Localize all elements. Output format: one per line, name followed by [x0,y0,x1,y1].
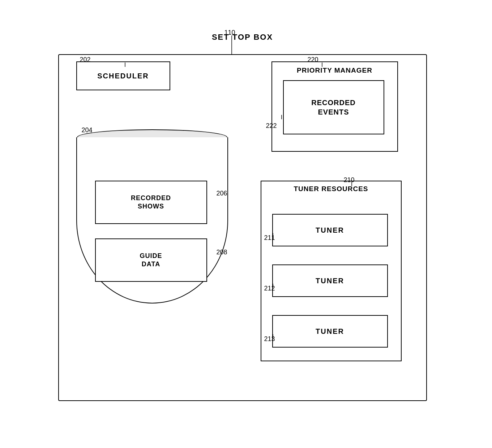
recorded-shows-label: RECORDEDSHOWS [131,194,171,211]
ref-222: 222 [266,122,277,130]
guide-data-box: GUIDEDATA [95,238,207,282]
set-top-box-label: SET TOP BOX [58,33,427,42]
scheduler-box: SCHEDULER [76,61,170,90]
recorded-shows-box: RECORDEDSHOWS [95,181,207,224]
scheduler-label: SCHEDULER [97,72,149,80]
database-container: RECORDEDSHOWS GUIDEDATA [65,126,239,336]
ref-213: 213 [264,335,275,343]
tuner-box-2: TUNER [272,264,388,297]
tuner-box-1: TUNER [272,214,388,246]
ref-206: 206 [217,190,227,197]
tuner-label-2: TUNER [316,277,344,285]
priority-manager-title: PRIORITY MANAGER [272,62,397,77]
recorded-events-box: RECORDEDEVENTS [283,80,384,134]
ref-211: 211 [264,234,275,242]
diagram: 110 SET TOP BOX 202 SCHEDULER 204 [47,25,445,423]
guide-data-label: GUIDEDATA [140,252,162,269]
tuner-label-1: TUNER [316,226,344,234]
ref-212: 212 [264,285,275,292]
tuner-box-3: TUNER [272,315,388,348]
tuner-label-3: TUNER [316,327,344,336]
tuner-resources-box: TUNER RESOURCES TUNER TUNER TUNER [261,181,402,361]
priority-manager-box: PRIORITY MANAGER RECORDEDEVENTS [271,61,398,152]
db-body: RECORDEDSHOWS GUIDEDATA [76,137,228,303]
tuner-resources-title: TUNER RESOURCES [261,181,401,196]
recorded-events-label: RECORDEDEVENTS [311,98,355,117]
ref-208: 208 [217,249,227,256]
database-cylinder: RECORDEDSHOWS GUIDEDATA [76,126,228,314]
